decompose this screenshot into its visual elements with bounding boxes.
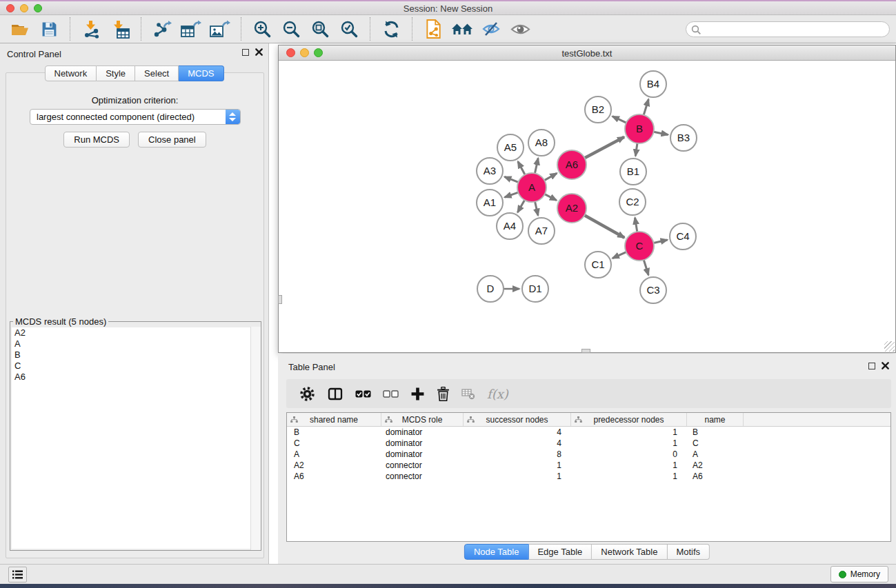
export-image-icon[interactable] bbox=[208, 18, 232, 40]
show-columns-icon[interactable] bbox=[327, 383, 344, 405]
graph-node-C3[interactable]: C3 bbox=[640, 277, 666, 303]
show-panels-button[interactable] bbox=[8, 567, 27, 582]
graph-edge-A-A5[interactable] bbox=[518, 161, 525, 174]
tab-mcds[interactable]: MCDS bbox=[179, 65, 223, 81]
graph-node-D[interactable]: D bbox=[477, 276, 504, 302]
network-from-file-icon[interactable] bbox=[421, 18, 445, 40]
table-row[interactable]: Adominator80A bbox=[287, 449, 890, 460]
graph-node-B4[interactable]: B4 bbox=[640, 71, 666, 97]
graph-node-B[interactable]: B bbox=[625, 114, 654, 143]
close-panel-icon[interactable] bbox=[255, 48, 263, 56]
graph-edge-B-B1[interactable] bbox=[635, 143, 637, 156]
graph-node-A4[interactable]: A4 bbox=[497, 213, 523, 239]
select-all-rows-icon[interactable] bbox=[355, 383, 371, 405]
graph-edge-A2-C[interactable] bbox=[584, 215, 624, 237]
window-resize-grip[interactable] bbox=[884, 341, 895, 352]
tab-edge-table[interactable]: Edge Table bbox=[528, 544, 592, 560]
table-settings-icon[interactable] bbox=[299, 383, 315, 405]
open-session-icon[interactable] bbox=[8, 18, 32, 40]
graph-node-C2[interactable]: C2 bbox=[619, 189, 646, 215]
graph-edge-A6-B[interactable] bbox=[585, 137, 624, 158]
network-canvas[interactable]: AA1A2A3A4A5A6A7A8BB1B2B3B4CC1C2C3C4DD1 bbox=[279, 61, 895, 352]
column-header-predecessor-nodes[interactable]: predecessor nodes bbox=[571, 413, 687, 426]
graph-node-B2[interactable]: B2 bbox=[585, 97, 611, 123]
graph-node-A3[interactable]: A3 bbox=[477, 158, 503, 184]
split-handle-bottom[interactable] bbox=[581, 349, 590, 353]
zoom-fit-icon[interactable] bbox=[308, 18, 332, 40]
table-row[interactable]: A6connector11A6 bbox=[287, 471, 890, 482]
graph-node-D1[interactable]: D1 bbox=[522, 276, 548, 302]
optimization-criterion-select[interactable]: largest connected component (directed) bbox=[30, 109, 241, 125]
zoom-out-icon[interactable] bbox=[279, 18, 303, 40]
run-mcds-button[interactable]: Run MCDS bbox=[63, 132, 130, 148]
zoom-selected-icon[interactable] bbox=[337, 18, 361, 40]
add-row-icon[interactable] bbox=[410, 383, 425, 405]
search-input[interactable] bbox=[704, 23, 884, 36]
table-row[interactable]: Cdominator41C bbox=[287, 438, 890, 449]
home-layout-icon[interactable] bbox=[450, 18, 474, 40]
tab-style[interactable]: Style bbox=[97, 65, 135, 81]
tab-node-table[interactable]: Node Table bbox=[464, 544, 529, 560]
graph-edge-A-A4[interactable] bbox=[517, 200, 524, 212]
graph-edge-A-A8[interactable] bbox=[535, 158, 538, 173]
graph-edge-C-C1[interactable] bbox=[613, 252, 626, 258]
deselect-all-rows-icon[interactable] bbox=[383, 383, 399, 405]
tab-motifs[interactable]: Motifs bbox=[667, 544, 710, 560]
refresh-layout-icon[interactable] bbox=[379, 18, 403, 40]
import-network-icon[interactable] bbox=[79, 18, 103, 40]
graph-node-A5[interactable]: A5 bbox=[497, 134, 524, 161]
column-header-MCDS-role[interactable]: MCDS role bbox=[381, 413, 464, 426]
split-handle-left[interactable] bbox=[278, 295, 282, 304]
graph-node-C4[interactable]: C4 bbox=[670, 223, 696, 250]
export-table-icon[interactable] bbox=[179, 18, 203, 40]
hide-details-icon[interactable] bbox=[479, 18, 503, 40]
graph-edge-C-C4[interactable] bbox=[653, 240, 667, 243]
graph-edge-A-A2[interactable] bbox=[545, 194, 557, 201]
graph-node-A2[interactable]: A2 bbox=[557, 194, 586, 223]
import-table-icon[interactable] bbox=[108, 18, 132, 40]
export-network-icon[interactable] bbox=[150, 18, 174, 40]
graph-node-A1[interactable]: A1 bbox=[477, 190, 503, 216]
graph-node-A8[interactable]: A8 bbox=[528, 130, 555, 156]
column-header-successor-nodes[interactable]: successor nodes bbox=[464, 413, 571, 426]
graph-node-A7[interactable]: A7 bbox=[528, 218, 555, 244]
result-item[interactable]: A6 bbox=[12, 372, 259, 383]
graph-node-C1[interactable]: C1 bbox=[585, 252, 611, 278]
graph-edge-B-B2[interactable] bbox=[613, 116, 626, 123]
graph-node-A[interactable]: A bbox=[517, 173, 546, 202]
graph-edge-A-A3[interactable] bbox=[504, 176, 518, 182]
graph-node-C[interactable]: C bbox=[625, 232, 654, 261]
graph-edge-A-A7[interactable] bbox=[535, 201, 538, 215]
save-session-icon[interactable] bbox=[37, 18, 61, 40]
float-table-panel-icon[interactable] bbox=[868, 363, 875, 369]
delete-rows-icon[interactable] bbox=[437, 383, 450, 405]
column-header-shared-name[interactable]: shared name bbox=[287, 413, 381, 426]
close-table-panel-icon[interactable] bbox=[882, 362, 889, 369]
tab-select[interactable]: Select bbox=[135, 65, 179, 81]
memory-button[interactable]: Memory bbox=[830, 566, 888, 582]
graph-node-B1[interactable]: B1 bbox=[620, 159, 646, 185]
graph-edge-B-B3[interactable] bbox=[654, 132, 668, 134]
graph-edge-C-C2[interactable] bbox=[635, 218, 637, 232]
network-window-titlebar[interactable]: testGlobe.txt bbox=[279, 45, 895, 61]
tab-network-table[interactable]: Network Table bbox=[592, 544, 667, 560]
table-row[interactable]: A2connector11A2 bbox=[287, 460, 890, 471]
result-item[interactable]: B bbox=[12, 349, 259, 361]
result-item[interactable]: A2 bbox=[12, 327, 259, 338]
graph-node-B3[interactable]: B3 bbox=[670, 125, 697, 151]
table-row[interactable]: Bdominator41B bbox=[287, 427, 890, 438]
tab-network[interactable]: Network bbox=[44, 65, 97, 81]
close-panel-button[interactable]: Close panel bbox=[138, 132, 206, 148]
graph-edge-A-A1[interactable] bbox=[505, 192, 519, 197]
result-item[interactable]: A bbox=[12, 338, 259, 349]
graph-edge-B-B4[interactable] bbox=[644, 99, 648, 115]
zoom-in-icon[interactable] bbox=[250, 18, 274, 40]
graph-edge-C-C3[interactable] bbox=[644, 260, 648, 275]
result-scrollbar[interactable] bbox=[250, 327, 261, 550]
graph-node-A6[interactable]: A6 bbox=[557, 150, 586, 179]
column-header-name[interactable]: name bbox=[687, 413, 744, 426]
float-panel-icon[interactable] bbox=[242, 49, 249, 56]
show-graphics-details-icon[interactable] bbox=[508, 18, 532, 40]
result-item[interactable]: C bbox=[12, 361, 259, 372]
graph-edge-A-A6[interactable] bbox=[544, 173, 557, 180]
